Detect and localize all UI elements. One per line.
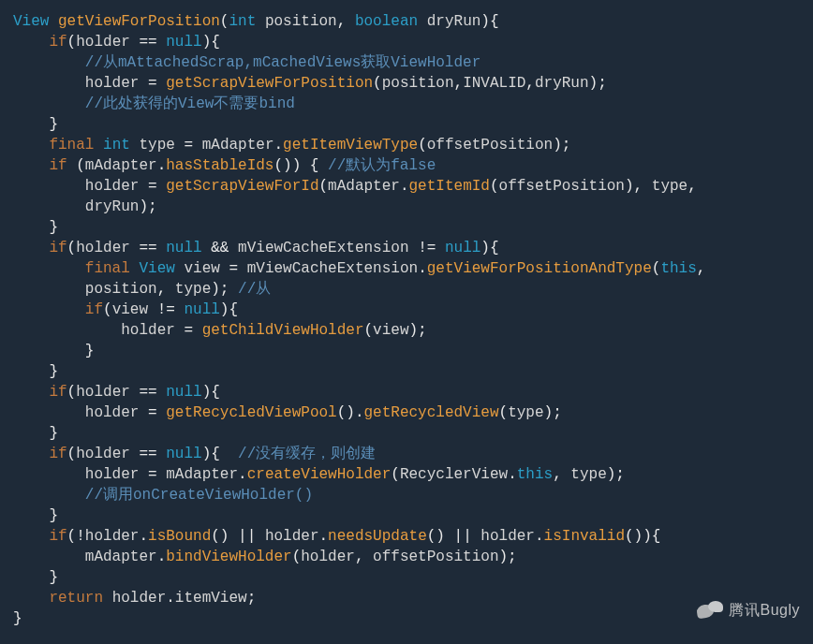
code-token (13, 240, 49, 256)
code-token: ; (247, 590, 257, 607)
code-token: . (400, 178, 409, 195)
code-token (175, 301, 185, 318)
code-block: View getViewForPosition(int position, bo… (13, 11, 800, 629)
code-token: View (139, 260, 174, 277)
code-token: holder (76, 446, 130, 462)
code-token: , (337, 13, 355, 30)
code-token: } (49, 569, 58, 586)
code-token: , (454, 75, 464, 92)
code-token: type (508, 404, 543, 421)
code-token: ( (652, 260, 661, 277)
code-token (13, 260, 85, 277)
code-token: holder (301, 549, 355, 565)
code-token: ( (373, 75, 382, 92)
code-token: ( (490, 178, 499, 195)
code-token: ) (589, 75, 599, 92)
code-token: { (229, 301, 238, 318)
code-token: mAdapter (202, 137, 274, 154)
code-token: { (211, 446, 238, 462)
code-token: getViewForPositionAndType (427, 260, 652, 277)
code-token: if (49, 240, 67, 256)
code-token: , (355, 549, 373, 565)
code-token: . (238, 466, 247, 483)
code-token: return (49, 590, 103, 607)
code-token: type (570, 466, 606, 483)
code-token: , (687, 178, 705, 195)
code-token: holder (76, 384, 130, 401)
code-token: () (625, 528, 643, 545)
code-token: ( (418, 137, 427, 154)
code-token: } (49, 507, 58, 524)
code-token (103, 590, 112, 607)
code-token (13, 487, 85, 504)
code-token (157, 34, 167, 51)
code-token: offsetPosition (499, 178, 625, 195)
code-token: boolean (355, 13, 418, 30)
code-line: if(holder == null && mViewCacheExtension… (13, 238, 800, 258)
code-token (94, 137, 103, 154)
code-token: . (508, 466, 517, 483)
code-token: } (49, 116, 58, 133)
code-token (130, 446, 140, 462)
code-token: = (148, 404, 157, 421)
code-token: //默认为false (328, 157, 436, 174)
code-token: ( (220, 13, 229, 30)
code-token: () (337, 404, 355, 421)
code-token (139, 75, 148, 92)
code-token (193, 137, 202, 154)
code-line: //从mAttachedScrap,mCachedViews获取ViewHold… (13, 52, 800, 73)
code-token: ; (508, 549, 517, 565)
code-token: ; (148, 198, 157, 215)
code-token: holder (480, 528, 535, 545)
code-token: mViewCacheExtension (247, 260, 418, 277)
code-token: null (445, 240, 480, 256)
code-token: } (13, 610, 22, 627)
code-token: ( (391, 466, 400, 483)
code-token (157, 466, 167, 483)
code-token: ( (67, 240, 77, 256)
code-token (49, 13, 58, 30)
code-line: } (13, 217, 800, 238)
code-token: || (238, 528, 256, 545)
code-token: || (454, 528, 472, 545)
code-token (13, 198, 85, 215)
code-token (436, 240, 445, 256)
code-token: ) (202, 384, 212, 401)
code-token (13, 219, 49, 236)
code-token (175, 322, 185, 339)
code-token: if (49, 528, 67, 545)
code-token: dryRun (85, 198, 140, 215)
code-token: getItemId (409, 178, 490, 195)
code-token (157, 446, 167, 462)
code-token (13, 343, 85, 359)
code-token: , (525, 75, 535, 92)
code-token: , (553, 466, 570, 483)
code-token: null (166, 240, 201, 256)
code-line: } (13, 341, 800, 361)
code-token: = (184, 322, 193, 339)
code-token (13, 95, 85, 112)
code-token: ; (418, 322, 427, 339)
code-line: } (13, 114, 800, 135)
code-line: } (13, 567, 800, 588)
code-token (238, 260, 247, 277)
code-token: int (103, 137, 130, 154)
code-token (229, 528, 238, 545)
code-token: dryRun (535, 75, 589, 92)
code-token: mAdapter (328, 178, 400, 195)
code-token: ( (67, 34, 77, 51)
code-token: ; (615, 466, 625, 483)
code-token: getItemViewType (283, 137, 418, 154)
code-token: { (211, 384, 220, 401)
code-token (256, 13, 265, 30)
code-token (139, 178, 148, 195)
code-token: position (85, 281, 157, 298)
code-line: holder = mAdapter.createViewHolder(Recyc… (13, 464, 800, 485)
code-token (148, 301, 157, 318)
code-token: ) (643, 528, 652, 545)
code-line: if (mAdapter.hasStableIds()) { //默认为fals… (13, 155, 800, 176)
code-token: ( (67, 446, 77, 462)
code-line: View getViewForPosition(int position, bo… (13, 11, 800, 32)
code-token: . (157, 157, 167, 174)
code-line: } (13, 423, 800, 444)
